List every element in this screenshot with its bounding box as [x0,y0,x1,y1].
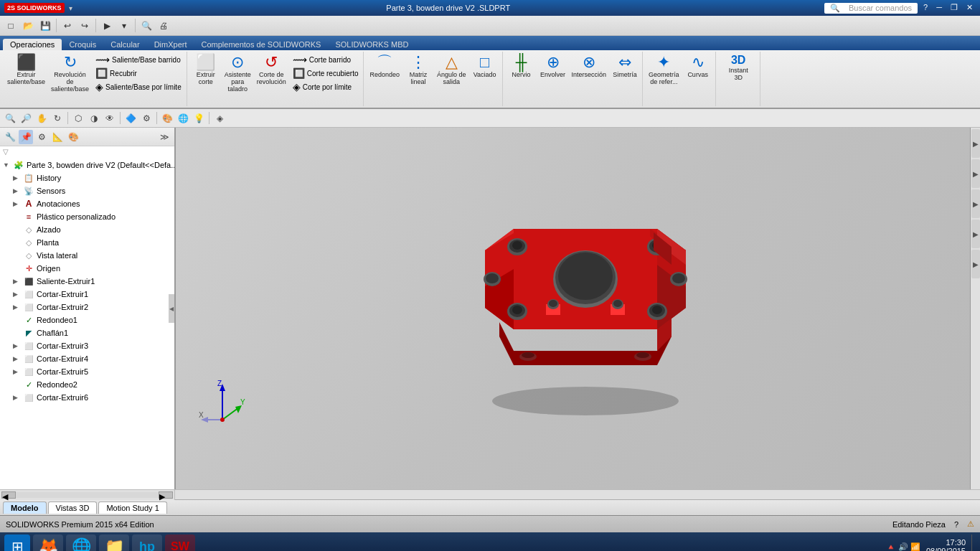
extruir-saliente-button[interactable]: ⬛ Extruirsaliente/base [6,53,47,88]
section-view-button[interactable]: ◑ [87,111,101,126]
rotate-button[interactable]: ↻ [50,111,65,126]
zoom-button[interactable]: 🔍 [138,18,154,34]
tree-item-sensors[interactable]: ▶ 📡 Sensors [0,184,174,197]
vaciado-button[interactable]: □ Vaciado [471,53,499,80]
taskbar-firefox[interactable]: 🦊 [33,534,63,551]
tab-modelo[interactable]: Modelo [3,501,47,514]
rp-btn-4[interactable]: ▶ [971,220,980,248]
apply-scene-button[interactable]: 🌐 [176,111,190,126]
corte-recubierto-button[interactable]: 🔲 Corte recubierto [291,67,361,80]
tree-collapse-handle[interactable]: ◀ [169,294,174,323]
tab-croquis[interactable]: Croquis [62,39,103,50]
minimize-button[interactable]: ─ [933,3,945,14]
tree-item-vista-lateral[interactable]: ◇ Vista lateral [0,249,174,262]
show-desktop-button[interactable] [971,534,976,551]
view-settings-button[interactable]: ⚙ [139,111,154,126]
anotaciones-expander[interactable]: ▶ [13,200,23,207]
zoom-region-button[interactable]: 🔎 [19,111,33,126]
tree-item-anotaciones[interactable]: ▶ A Anotaciones [0,197,174,210]
pan-button[interactable]: ✋ [34,111,49,126]
tree-root-item[interactable]: ▼ 🧩 Parte 3, bowden drive V2 (Default<<D… [0,159,174,171]
hscroll-right[interactable]: ▶ [159,491,173,499]
tree-item-saliente-extruir1[interactable]: ▶ ⬛ Saliente-Extruir1 [0,275,174,288]
options-button[interactable]: ▾ [116,18,132,34]
view-orient-button[interactable]: ⬡ [71,111,85,126]
tree-scroll-area[interactable]: ◀ ▶ [0,490,175,500]
edit-appearance-button[interactable]: 🎨 [160,111,174,126]
redo-button[interactable]: ↪ [77,18,93,34]
tree-item-redondeo1[interactable]: ✓ Redondeo1 [0,314,174,326]
tab-complementos[interactable]: Complementos de SOLIDWORKS [194,39,328,50]
realview-button[interactable]: ◈ [212,111,227,126]
viewport[interactable]: Z X Y ▶ ▶ [176,128,980,489]
recubrir-button[interactable]: 🔲 Recubrir [93,67,184,80]
tree-item-cortar-extruir6[interactable]: ▶ ⬜ Cortar-Extruir6 [0,391,174,404]
display-manager-button[interactable]: 🎨 [66,130,80,144]
search-box[interactable]: 🔍 Buscar comandos [824,3,918,14]
display-style-button[interactable]: 🔷 [123,111,138,126]
tree-item-redondeo2[interactable]: ✓ Redondeo2 [0,378,174,391]
ce3-expander[interactable]: ▶ [13,342,23,349]
feature-manager-button[interactable]: 🔧 [3,130,17,144]
tree-content[interactable]: ▼ 🧩 Parte 3, bowden drive V2 (Default<<D… [0,157,174,489]
extruir-corte-button[interactable]: ⬜ Extruircorte [192,53,220,88]
tab-motion-study[interactable]: Motion Study 1 [98,501,166,514]
tab-mbd[interactable]: SOLIDWORKS MBD [328,39,415,50]
ce2-expander[interactable]: ▶ [13,303,23,311]
taskbar-chrome[interactable]: 🌐 [66,534,96,551]
ce4-expander[interactable]: ▶ [13,355,23,362]
tree-item-cortar-extruir5[interactable]: ▶ ⬜ Cortar-Extruir5 [0,365,174,378]
tree-item-cortar-extruir3[interactable]: ▶ ⬜ Cortar-Extruir3 [0,339,174,352]
rebuild-button[interactable]: ▶ [99,18,115,34]
tab-calcular[interactable]: Calcular [103,39,146,50]
help-button-status[interactable]: ? [954,520,958,529]
history-expander[interactable]: ▶ [13,174,23,182]
ce6-expander[interactable]: ▶ [13,394,23,401]
tab-vistas3d[interactable]: Vistas 3D [48,501,98,514]
expand-tree-button[interactable]: ≫ [157,130,171,144]
root-expander[interactable]: ▼ [3,161,13,169]
tree-item-cortar-extruir2[interactable]: ▶ ⬜ Cortar-Extruir2 [0,301,174,314]
saliente-limite-button[interactable]: ◈ Saliente/Base por límite [93,80,184,93]
ce5-expander[interactable]: ▶ [13,368,23,375]
geometria-ref-button[interactable]: ✦ Geometríade refer... [647,53,681,88]
help-button[interactable]: ? [920,3,930,14]
hscroll-track[interactable] [16,492,159,498]
taskbar-hp[interactable]: hp [132,534,162,551]
ce1-expander[interactable]: ▶ [13,291,23,298]
tree-item-plastico[interactable]: ≡ Plástico personalizado [0,210,174,223]
new-file-button[interactable]: □ [3,18,19,34]
tree-item-chaflan1[interactable]: ◤ Chaflán1 [0,326,174,339]
corte-revolucion-button[interactable]: ↺ Corte derevolución [255,53,288,88]
tree-item-alzado[interactable]: ◇ Alzado [0,223,174,236]
tree-item-history[interactable]: ▶ 📋 History [0,171,174,184]
revolucion-button[interactable]: ↻ Revolucióndesaliente/base [50,53,90,95]
zoom-fit-button[interactable]: 🔍 [3,111,17,126]
rp-btn-2[interactable]: ▶ [971,159,980,188]
print-button[interactable]: 🖨 [156,18,171,34]
rp-btn-5[interactable]: ▶ [971,250,980,278]
view-lighting-button[interactable]: 💡 [192,111,206,126]
redondeo-button[interactable]: ⌒ Redondeo [368,53,401,80]
taskbar-explorer[interactable]: 📁 [99,534,129,551]
close-button[interactable]: ✕ [963,3,976,14]
tab-dimxpert[interactable]: DimXpert [147,39,194,50]
save-button[interactable]: 💾 [37,18,53,34]
rp-btn-1[interactable]: ▶ [971,129,980,158]
hscroll-left[interactable]: ◀ [1,491,16,499]
corte-barrido-button[interactable]: ⟿ Corte barrido [291,53,361,66]
restore-button[interactable]: ❐ [948,3,961,14]
curvas-button[interactable]: ∿ Curvas [684,53,712,80]
saliente-barrido-button[interactable]: ⟿ Saliente/Base barrido [93,53,184,66]
corte-limite-button[interactable]: ◈ Corte por límite [291,80,361,93]
tab-operaciones[interactable]: Operaciones [3,39,62,50]
interseccion-button[interactable]: ⊗ Intersección [570,53,608,80]
se1-expander[interactable]: ▶ [13,278,23,285]
simetria-button[interactable]: ⇔ Simetría [611,53,639,80]
matriz-lineal-button[interactable]: ⋮ Matrizlineal [404,53,433,88]
tree-item-planta[interactable]: ◇ Planta [0,236,174,249]
title-bar-controls[interactable]: 🔍 Buscar comandos ? ─ ❐ ✕ [824,3,976,14]
sensors-expander[interactable]: ▶ [13,187,23,194]
rp-btn-3[interactable]: ▶ [971,189,980,218]
config-manager-button[interactable]: ⚙ [34,130,49,144]
